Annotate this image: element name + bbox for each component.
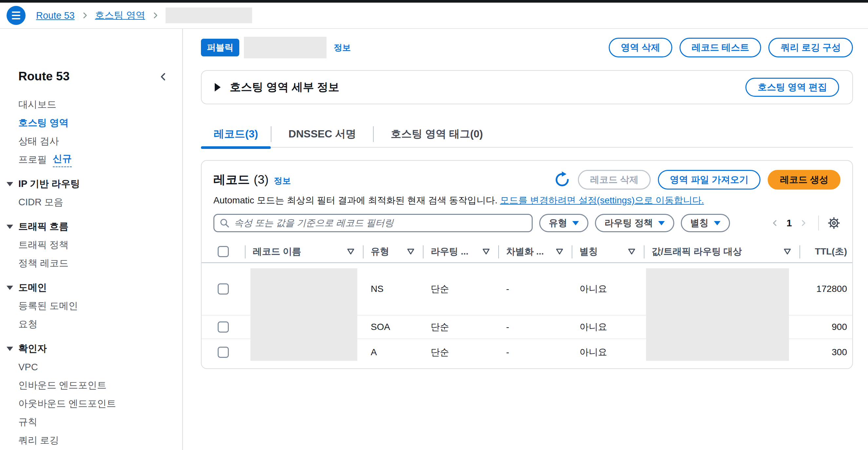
breadcrumb-current-zone-redacted bbox=[165, 7, 252, 23]
sidebar-section-label: 도메인 bbox=[18, 281, 47, 294]
sidebar-item-hosted-zones[interactable]: 호스팅 영역 bbox=[0, 114, 182, 132]
tab-label: 레코드(3) bbox=[214, 127, 258, 141]
zone-info-link[interactable]: 정보 bbox=[334, 42, 351, 54]
settings-mode-link[interactable]: 모드를 변경하려면 설정(settings)으로 이동합니다. bbox=[500, 195, 704, 205]
delete-record-button[interactable]: 레코드 삭제 bbox=[578, 170, 651, 189]
sidebar-item-label: 등록된 도메인 bbox=[18, 299, 78, 312]
tab-zone-tags[interactable]: 호스팅 영역 태그(0) bbox=[374, 121, 500, 147]
tab-label: 호스팅 영역 태그(0) bbox=[391, 127, 483, 141]
sort-icon[interactable] bbox=[628, 249, 635, 254]
hosted-zone-details-panel: 호스팅 영역 세부 정보 호스팅 영역 편집 bbox=[201, 70, 853, 104]
sidebar-item-policy-records[interactable]: 정책 레코드 bbox=[0, 254, 182, 273]
sidebar-collapse-button[interactable] bbox=[158, 71, 168, 83]
sidebar-item-outbound-endpoints[interactable]: 아웃바운드 엔드포인트 bbox=[0, 395, 182, 413]
divider bbox=[818, 215, 819, 231]
dropdown-label: 별칭 bbox=[690, 217, 709, 229]
zone-header: 퍼블릭 정보 영역 삭제 레코드 테스트 쿼리 로깅 구성 bbox=[201, 37, 853, 58]
sort-icon[interactable] bbox=[556, 249, 563, 254]
services-menu-button[interactable] bbox=[6, 6, 26, 25]
row-checkbox[interactable] bbox=[218, 283, 229, 295]
record-alias-cell: 아니요 bbox=[572, 346, 644, 359]
sidebar-item-health-checks[interactable]: 상태 검사 bbox=[0, 132, 182, 151]
sidebar-item-label: CIDR 모음 bbox=[18, 196, 63, 209]
pagination: 1 bbox=[769, 217, 810, 229]
sidebar-section-ip-based-routing[interactable]: IP 기반 라우팅 bbox=[0, 175, 182, 193]
triangle-down-icon bbox=[6, 225, 13, 229]
breadcrumb-route53-link[interactable]: Route 53 bbox=[36, 10, 75, 21]
chevron-right-icon bbox=[799, 219, 808, 227]
type-filter-dropdown[interactable]: 유형 bbox=[539, 214, 588, 232]
dropdown-label: 유형 bbox=[549, 217, 567, 229]
breadcrumb: Route 53 호스팅 영역 bbox=[36, 7, 252, 23]
column-header-routing[interactable]: 라우팅 ... bbox=[423, 241, 498, 262]
sidebar-item-label: 규칙 bbox=[18, 416, 37, 429]
sort-icon[interactable] bbox=[483, 249, 490, 254]
select-all-checkbox[interactable] bbox=[218, 246, 229, 257]
sidebar-item-traffic-policies[interactable]: 트래픽 정책 bbox=[0, 236, 182, 254]
sidebar-section-traffic-flow[interactable]: 트래픽 흐름 bbox=[0, 217, 182, 236]
sidebar-item-label: 쿼리 로깅 bbox=[18, 434, 59, 447]
routing-policy-filter-dropdown[interactable]: 라우팅 정책 bbox=[595, 214, 674, 232]
triangle-down-icon bbox=[6, 182, 13, 186]
sidebar-item-requests[interactable]: 요청 bbox=[0, 315, 182, 334]
record-ttl-cell: 172800 bbox=[800, 284, 853, 294]
create-record-button[interactable]: 레코드 생성 bbox=[768, 170, 840, 189]
current-page-number[interactable]: 1 bbox=[786, 217, 792, 229]
column-label: 라우팅 ... bbox=[431, 245, 468, 258]
sidebar-item-label: 트래픽 정책 bbox=[18, 238, 68, 251]
breadcrumb-hosted-zones-link[interactable]: 호스팅 영역 bbox=[95, 9, 145, 22]
column-header-type[interactable]: 유형 bbox=[363, 241, 423, 262]
sidebar-item-registered-domains[interactable]: 등록된 도메인 bbox=[0, 297, 182, 315]
sidebar-item-label: 인바운드 엔드포인트 bbox=[18, 379, 106, 392]
row-checkbox[interactable] bbox=[218, 347, 229, 358]
column-header-alias[interactable]: 별칭 bbox=[572, 241, 644, 262]
refresh-button[interactable] bbox=[554, 171, 571, 188]
sidebar-item-inbound-endpoints[interactable]: 인바운드 엔드포인트 bbox=[0, 376, 182, 395]
record-filter-input[interactable] bbox=[234, 218, 526, 228]
import-zone-file-button[interactable]: 영역 파일 가져오기 bbox=[658, 170, 761, 189]
details-panel-title[interactable]: 호스팅 영역 세부 정보 bbox=[230, 80, 339, 95]
column-label: 레코드 이름 bbox=[253, 245, 301, 258]
sidebar-item-vpc[interactable]: VPC bbox=[0, 358, 182, 376]
row-checkbox[interactable] bbox=[218, 322, 229, 333]
column-header-differentiator[interactable]: 차별화 ... bbox=[498, 241, 572, 262]
sidebar-section-domains[interactable]: 도메인 bbox=[0, 278, 182, 297]
tab-dnssec-signing[interactable]: DNSSEC 서명 bbox=[271, 121, 373, 147]
new-badge-link[interactable]: 신규 bbox=[53, 152, 72, 167]
record-ttl-cell: 300 bbox=[800, 347, 853, 358]
sidebar-item-query-logging[interactable]: 쿼리 로깅 bbox=[0, 431, 182, 450]
sidebar-item-dashboard[interactable]: 대시보드 bbox=[0, 95, 182, 114]
table-settings-button[interactable] bbox=[827, 216, 840, 230]
zone-actions: 영역 삭제 레코드 테스트 쿼리 로깅 구성 bbox=[609, 38, 853, 57]
record-names-redacted bbox=[250, 268, 357, 361]
dropdown-label: 라우팅 정책 bbox=[604, 217, 653, 229]
record-type-cell: NS bbox=[363, 284, 423, 294]
expand-triangle-icon[interactable] bbox=[215, 83, 221, 91]
records-panel-header: 레코드 (3) 정보 레코드 삭제 영역 파일 가져오기 레코드 생성 bbox=[202, 161, 852, 189]
chevron-down-icon bbox=[658, 221, 665, 225]
sidebar-item-label: VPC bbox=[18, 362, 38, 372]
column-header-record-name[interactable]: 레코드 이름 bbox=[245, 241, 363, 262]
test-record-button[interactable]: 레코드 테스트 bbox=[680, 38, 762, 57]
sort-icon[interactable] bbox=[784, 249, 791, 254]
sidebar-section-resolver[interactable]: 확인자 bbox=[0, 339, 182, 358]
sidebar-item-cidr-collections[interactable]: CIDR 모음 bbox=[0, 193, 182, 212]
alias-filter-dropdown[interactable]: 별칭 bbox=[681, 214, 730, 232]
previous-page-button[interactable] bbox=[769, 217, 781, 229]
column-header-ttl[interactable]: TTL(초) bbox=[800, 241, 853, 262]
record-alias-cell: 아니요 bbox=[572, 321, 644, 333]
configure-query-logging-button[interactable]: 쿼리 로깅 구성 bbox=[768, 38, 853, 57]
chevron-right-icon bbox=[81, 11, 89, 20]
record-ttl-cell: 900 bbox=[800, 322, 853, 332]
sort-icon[interactable] bbox=[347, 249, 354, 254]
delete-zone-button[interactable]: 영역 삭제 bbox=[609, 38, 672, 57]
sidebar-item-profiles[interactable]: 프로필신규 bbox=[0, 151, 182, 169]
sort-icon[interactable] bbox=[407, 249, 414, 254]
triangle-down-icon bbox=[6, 286, 13, 290]
next-page-button[interactable] bbox=[797, 217, 810, 229]
tab-records[interactable]: 레코드(3) bbox=[201, 121, 271, 147]
sidebar-item-rules[interactable]: 규칙 bbox=[0, 413, 182, 431]
records-info-link[interactable]: 정보 bbox=[274, 175, 291, 187]
edit-hosted-zone-button[interactable]: 호스팅 영역 편집 bbox=[745, 78, 839, 97]
column-header-value[interactable]: 값/트래픽 라우팅 대상 bbox=[644, 241, 800, 262]
